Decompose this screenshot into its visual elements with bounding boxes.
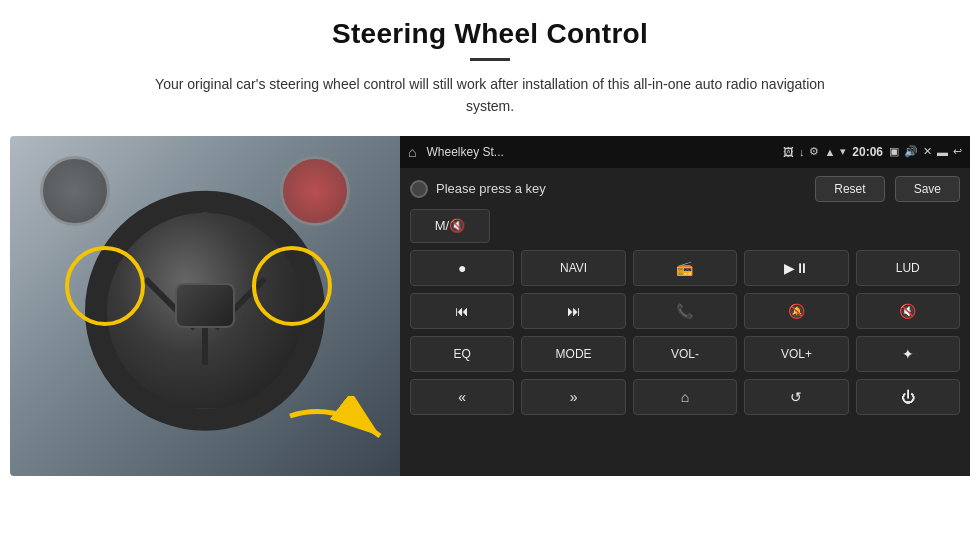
status-icons-group: 🖼 ↓ ⚙ ▲ ▾	[783, 145, 846, 158]
home-button[interactable]: ⌂	[633, 379, 737, 415]
volume-mute-button[interactable]: 🔇	[856, 293, 960, 329]
steering-wheel-center	[175, 283, 235, 328]
cd-button[interactable]: ●	[410, 250, 514, 286]
page-container: Steering Wheel Control Your original car…	[0, 0, 980, 557]
title-divider	[470, 58, 510, 61]
app-name-label: Wheelkey St...	[426, 145, 776, 159]
radio-button[interactable]: 📻	[633, 250, 737, 286]
press-key-text: Please press a key	[436, 181, 546, 196]
home-icon: ⌂	[408, 144, 416, 160]
navi-button[interactable]: NAVI	[521, 250, 625, 286]
forward-button[interactable]: »	[521, 379, 625, 415]
lud-button[interactable]: LUD	[856, 250, 960, 286]
rewind-button[interactable]: «	[410, 379, 514, 415]
vol-plus-button[interactable]: VOL+	[744, 336, 848, 372]
call-button[interactable]: 📞	[633, 293, 737, 329]
volume-icon: 🔊	[904, 145, 918, 158]
gauge-right	[280, 156, 350, 226]
power-button[interactable]: ⏻	[856, 379, 960, 415]
status-bar: ⌂ Wheelkey St... 🖼 ↓ ⚙ ▲ ▾ 20:06 ▣ 🔊 ✕ ▬…	[400, 136, 970, 168]
top-row: Please press a key Reset Save	[410, 176, 960, 202]
highlight-circle-right	[252, 246, 332, 326]
button-grid-row1: ● NAVI 📻 ▶⏸ LUD	[410, 250, 960, 286]
screen-icon: ▣	[889, 145, 899, 158]
back-icon: ↩	[953, 145, 962, 158]
key-dot-indicator	[410, 180, 428, 198]
eq-button[interactable]: EQ	[410, 336, 514, 372]
page-title: Steering Wheel Control	[332, 18, 648, 50]
highlight-circle-left	[65, 246, 145, 326]
button-grid-row3: EQ MODE VOL- VOL+ ✦	[410, 336, 960, 372]
refresh-button[interactable]: ↺	[744, 379, 848, 415]
page-subtitle: Your original car's steering wheel contr…	[140, 73, 840, 118]
usb-icon: ⚙	[809, 145, 819, 158]
steering-wheel-image	[10, 136, 400, 476]
arrow-icon	[280, 396, 390, 456]
mute-row: M/🔇	[410, 209, 960, 243]
play-pause-button[interactable]: ▶⏸	[744, 250, 848, 286]
wifi-icon: ▾	[840, 145, 846, 158]
android-screen: ⌂ Wheelkey St... 🖼 ↓ ⚙ ▲ ▾ 20:06 ▣ 🔊 ✕ ▬…	[400, 136, 970, 476]
content-row: ⌂ Wheelkey St... 🖼 ↓ ⚙ ▲ ▾ 20:06 ▣ 🔊 ✕ ▬…	[10, 136, 970, 476]
bluetooth-button[interactable]: ✦	[856, 336, 960, 372]
key-indicator: Please press a key	[410, 180, 805, 198]
mute-call-button[interactable]: 🔕	[744, 293, 848, 329]
button-grid-row2: ⏮ ⏭ 📞 🔕 🔇	[410, 293, 960, 329]
gauge-left	[40, 156, 110, 226]
prev-track-button[interactable]: ⏮	[410, 293, 514, 329]
image-icon: 🖼	[783, 146, 794, 158]
status-time: 20:06	[852, 145, 883, 159]
signal-icon: ▲	[824, 146, 835, 158]
reset-button[interactable]: Reset	[815, 176, 884, 202]
download-icon: ↓	[799, 146, 805, 158]
right-status-icons: ▣ 🔊 ✕ ▬ ↩	[889, 145, 962, 158]
window-icon: ▬	[937, 146, 948, 158]
close-icon: ✕	[923, 145, 932, 158]
mode-button[interactable]: MODE	[521, 336, 625, 372]
mute-button[interactable]: M/🔇	[410, 209, 490, 243]
next-track-button[interactable]: ⏭	[521, 293, 625, 329]
button-grid-row4: « » ⌂ ↺ ⏻	[410, 379, 960, 415]
vol-minus-button[interactable]: VOL-	[633, 336, 737, 372]
screen-content: Please press a key Reset Save M/🔇 ● NAVI…	[400, 168, 970, 476]
save-button[interactable]: Save	[895, 176, 960, 202]
